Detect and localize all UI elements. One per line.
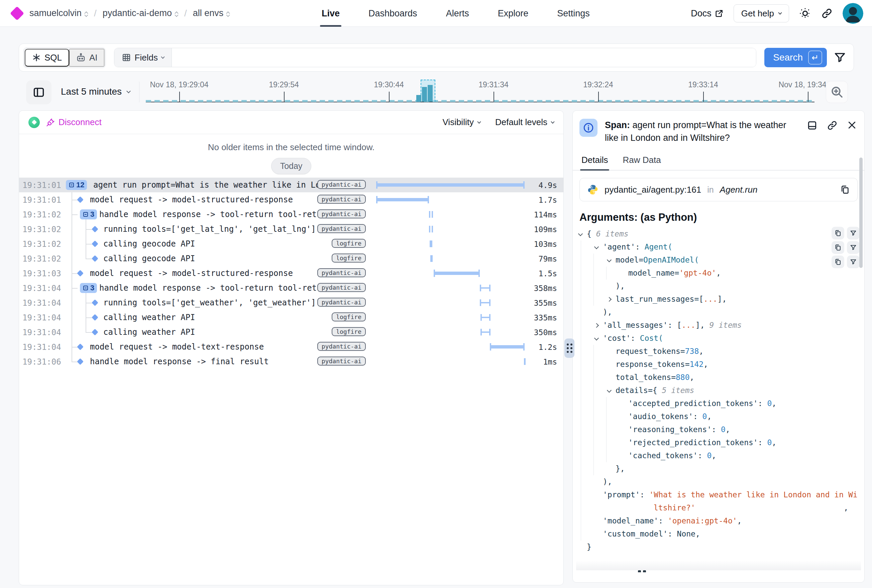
breadcrumb-separator: / [93,8,98,19]
histogram-bar[interactable] [428,85,433,102]
histogram-bar[interactable] [422,87,427,102]
code-line: last_run_messages=[...], [577,292,860,306]
source-location-card[interactable]: pydantic_ai/agent.py:161 in Agent.run [580,178,858,201]
chevron-down-icon [126,89,131,93]
code-line: ), [577,280,860,292]
default-levels-dropdown[interactable]: Default levels [495,117,554,128]
collapse-caret-icon[interactable] [606,384,616,397]
tree-elbow [85,317,92,318]
user-avatar[interactable] [843,3,863,24]
tab-explore[interactable]: Explore [498,0,529,27]
collapse-badge[interactable]: 3 [80,283,97,293]
copy-icon [840,184,850,195]
duration-bar [524,358,526,365]
code-line: } [577,540,860,554]
sidebar-toggle-button[interactable] [26,80,51,104]
today-button[interactable]: Today [271,158,312,174]
tab-live[interactable]: Live [322,0,340,27]
duration-bar [429,211,433,218]
share-link-button[interactable] [821,8,833,19]
row-duration: 335ms [534,314,557,322]
tab-alerts[interactable]: Alerts [446,0,469,27]
trace-row[interactable]: 19:31:04running tools=['get_weather', 'g… [19,296,563,310]
docs-link[interactable]: Docs [691,8,724,19]
code-line: 'cost': Cost( [577,332,860,345]
row-duration: 355ms [534,298,557,308]
scope-tag: logfire [332,239,366,248]
get-help-button[interactable]: Get help [734,4,789,22]
expand-caret-icon[interactable] [593,319,603,332]
row-timestamp: 19:31:01 [22,195,61,205]
trace-row[interactable]: 19:31:04model request -> model-text-resp… [19,339,563,354]
collapse-badge[interactable]: 3 [80,209,97,219]
disconnect-button[interactable]: Disconnect [46,117,102,128]
expand-caret-icon[interactable] [606,292,616,306]
tab-dashboards[interactable]: Dashboards [369,0,417,27]
trace-row[interactable]: 19:31:01model request -> model-structure… [19,192,563,207]
search-query-input[interactable] [172,48,756,67]
time-range-label: Last 5 minutes [61,86,122,97]
trace-row[interactable]: 19:31:02calling geocode APIlogfire79ms [19,251,563,266]
zoom-in-button[interactable] [826,81,848,103]
ai-mode-button[interactable]: AI [69,49,104,66]
histogram-bar[interactable] [416,95,421,102]
collapse-badge[interactable]: 12 [66,180,87,190]
trace-row[interactable]: 19:31:02running tools=['get_lat_lng', 'g… [19,222,563,237]
copy-link-button[interactable] [827,120,838,131]
collapse-caret-icon[interactable] [593,332,603,345]
copy-source-button[interactable] [840,184,850,195]
breadcrumb-project[interactable]: pydantic-ai-demo [103,8,178,18]
top-bar: samuelcolvin / pydantic-ai-demo / all en… [0,0,872,27]
filter-button[interactable] [833,51,846,64]
span-diamond-icon [77,270,84,277]
tab-raw-data[interactable]: Raw Data [623,155,661,170]
panel-resize-handle[interactable] [564,339,574,358]
row-duration: 114ms [534,210,557,219]
sort-chevrons-icon [227,10,229,16]
tab-details[interactable]: Details [581,155,608,170]
tab-settings[interactable]: Settings [557,0,590,27]
fields-dropdown-button[interactable]: Fields [114,48,172,67]
trace-row[interactable]: 19:31:04calling weather APIlogfire350ms [19,325,563,339]
code-line: 'all_messages': [...], 9 items [577,319,860,332]
collapse-caret-icon[interactable] [593,240,603,254]
source-file: pydantic_ai/agent.py:161 [605,184,701,195]
dock-bottom-icon [807,120,818,131]
code-line: }, [577,462,860,475]
trace-row[interactable]: 19:31:02calling geocode APIlogfire103ms [19,237,563,251]
row-timestamp: 19:31:04 [22,298,61,308]
breadcrumb-env[interactable]: all envs [193,8,230,18]
breadcrumb-org[interactable]: samuelcolvin [29,8,88,18]
code-line: { 6 items [577,228,860,240]
sql-label: SQL [45,52,62,63]
collapse-caret-icon[interactable] [577,228,587,240]
span-label: model request -> model-structured-respon… [90,195,330,204]
span-label: calling geocode API [103,239,330,249]
panel-scrollbar[interactable] [859,158,863,268]
span-label: model request -> model-structured-respon… [90,268,330,278]
visibility-dropdown[interactable]: Visibility [442,117,480,128]
time-range-selector[interactable]: Last 5 minutes [61,86,130,97]
chevron-down-icon [551,120,554,123]
row-duration: 1.2s [539,343,557,351]
collapse-caret-icon[interactable] [606,254,616,267]
trace-row[interactable]: 19:31:03model request -> model-structure… [19,266,563,280]
close-panel-button[interactable] [847,120,857,130]
trace-row[interactable]: 19:31:043handle model response -> tool-r… [19,280,563,296]
row-duration: 1.7s [539,196,557,204]
sql-mode-button[interactable]: SQL [25,49,69,66]
trace-row[interactable]: 19:31:06handle model response -> final r… [19,354,563,369]
search-button[interactable]: Search ↵ [764,48,827,67]
row-timestamp: 19:31:01 [22,181,61,190]
breadcrumb-separator: / [183,8,188,19]
trace-row[interactable]: 19:31:0112agent run prompt=What is the w… [19,178,563,192]
scope-tag: pydantic-ai [317,357,366,366]
timeline-plot[interactable]: Nov 18, 19:29:0419:29:5419:30:4419:31:34… [146,78,815,107]
logfire-logo[interactable] [10,6,24,20]
trace-row[interactable]: 19:31:023handle model response -> tool-r… [19,207,563,222]
trace-row[interactable]: 19:31:04calling weather APIlogfire335ms [19,310,563,325]
dock-panel-button[interactable] [807,120,818,131]
theme-toggle-button[interactable] [799,8,811,20]
span-label: model request -> model-text-response [90,342,330,351]
search-bar: SQL AI Fields Search ↵ [19,44,854,72]
